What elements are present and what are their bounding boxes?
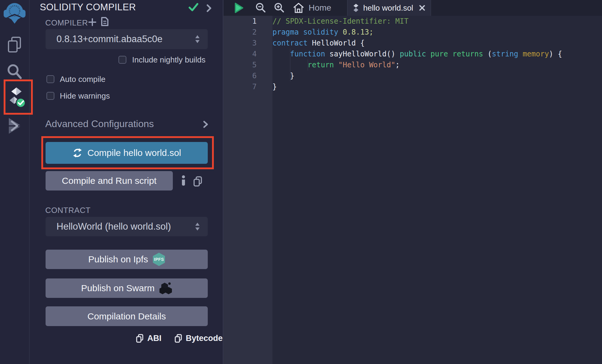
info-icon[interactable] [181, 175, 186, 187]
compile-and-run-label: Compile and Run script [62, 176, 157, 186]
nightly-builds-label: Include nightly builds [132, 55, 205, 65]
run-script-button[interactable] [234, 0, 244, 16]
compilation-details-button[interactable]: Compilation Details [46, 306, 208, 326]
zoom-in-button[interactable] [273, 0, 285, 16]
tab-file-label: hello world.sol [363, 3, 413, 13]
advanced-configurations-toggle[interactable]: Advanced Configurations [45, 118, 154, 130]
auto-compile-label: Auto compile [60, 75, 105, 84]
copy-icon [174, 334, 182, 343]
publish-ipfs-label: Publish on Ipfs [88, 254, 148, 265]
line-number: 4 [224, 49, 272, 59]
gutter: 1234567 [224, 16, 272, 364]
compile-and-run-button[interactable]: Compile and Run script [46, 171, 173, 190]
panel-title: SOLIDITY COMPILER [40, 2, 136, 13]
panel-collapse-chevron-icon[interactable] [206, 4, 212, 12]
file-explorer-icon [7, 36, 22, 54]
code-line[interactable]: pragma solidity 0.8.13; [272, 27, 602, 38]
line-number: 5 [224, 59, 272, 70]
compiler-section-label: COMPILER [45, 18, 88, 28]
line-number: 3 [224, 38, 272, 49]
deploy-run-icon [7, 117, 22, 134]
line-number: 2 [224, 27, 272, 38]
select-caret-icon [195, 35, 200, 43]
select-caret-icon [195, 222, 200, 231]
remix-logo[interactable] [3, 1, 26, 24]
copy-icon [136, 334, 144, 343]
sidebar-item-deploy-run[interactable] [7, 117, 22, 135]
close-tab-icon[interactable] [419, 5, 425, 11]
tab-home[interactable]: Home [293, 0, 331, 16]
line-number: 7 [224, 81, 272, 92]
editor-area: Home hello world.sol 1234567 // SPDX-Lic… [224, 0, 602, 364]
home-icon [293, 2, 304, 13]
bytecode-label: Bytecode [186, 334, 223, 343]
tab-home-label: Home [309, 3, 331, 13]
line-number: 6 [224, 70, 272, 81]
abi-bytecode-row: ABI Bytecode [136, 334, 223, 343]
line-number: 1 [224, 16, 272, 27]
code-lines: // SPDX-License-Identifier: MITpragma so… [272, 16, 602, 92]
abi-label: ABI [147, 334, 162, 343]
hide-warnings-label: Hide warnings [60, 91, 110, 101]
code-line[interactable]: // SPDX-License-Identifier: MIT [272, 16, 602, 27]
code-line[interactable]: return "Hello World"; [272, 59, 602, 70]
contract-select-value: HelloWorld (hello world.sol) [56, 221, 171, 232]
search-icon [6, 63, 23, 80]
compiler-version-select[interactable]: 0.8.13+commit.abaa5c0e [46, 29, 208, 49]
compile-success-check-icon [189, 3, 198, 12]
ipfs-icon: IPFS [153, 253, 165, 266]
auto-compile-checkbox[interactable] [46, 75, 54, 83]
remix-ide-screen: SOLIDITY COMPILER COMPILER 0.8.13+commit… [0, 0, 602, 364]
publish-swarm-label: Publish on Swarm [81, 283, 155, 293]
sidebar-item-file-explorer[interactable] [7, 36, 22, 54]
solidity-compiler-panel: SOLIDITY COMPILER COMPILER 0.8.13+commit… [29, 0, 223, 364]
advanced-chevron-icon[interactable] [203, 121, 208, 128]
tab-hello-world-sol[interactable]: hello world.sol [347, 0, 431, 16]
contract-section-label: CONTRACT [45, 206, 91, 215]
copy-bytecode-button[interactable]: Bytecode [174, 334, 223, 343]
solidity-file-icon [353, 3, 359, 13]
play-icon [234, 2, 244, 14]
publish-swarm-button[interactable]: Publish on Swarm [46, 278, 208, 298]
sidebar-item-solidity-compiler[interactable] [8, 86, 26, 109]
contract-select[interactable]: HelloWorld (hello world.sol) [46, 217, 208, 236]
code-line[interactable]: contract HelloWorld { [272, 38, 602, 49]
compilation-details-label: Compilation Details [87, 311, 166, 322]
indent-guide [290, 49, 290, 81]
compile-button-label: Compile hello world.sol [87, 148, 181, 158]
zoom-out-button[interactable] [255, 0, 266, 16]
indent-guide [308, 59, 308, 70]
zoom-in-icon [273, 2, 285, 14]
swarm-icon [159, 282, 172, 294]
icon-sidebar [0, 0, 29, 364]
nightly-builds-checkbox[interactable] [118, 56, 126, 64]
publish-ipfs-button[interactable]: Publish on Ipfs IPFS [46, 250, 208, 269]
compiler-version-value: 0.8.13+commit.abaa5c0e [56, 34, 162, 45]
remix-logo-icon [3, 1, 26, 24]
compile-button[interactable]: Compile hello world.sol [46, 142, 208, 164]
hide-warnings-checkbox[interactable] [46, 92, 54, 100]
zoom-out-icon [255, 2, 266, 14]
copy-abi-button[interactable]: ABI [136, 334, 162, 343]
copy-script-icon[interactable] [193, 176, 203, 187]
compiler-file-icon[interactable] [101, 16, 109, 27]
add-compiler-icon[interactable] [88, 18, 96, 26]
sidebar-item-search[interactable] [6, 62, 23, 81]
editor-tabbar: Home hello world.sol [224, 0, 602, 16]
code-line[interactable]: } [272, 81, 602, 92]
code-line[interactable]: function sayHelloWorld() public pure ret… [272, 49, 602, 59]
solidity-compiler-icon [8, 86, 26, 109]
refresh-icon [72, 148, 83, 158]
code-line[interactable]: } [272, 70, 602, 81]
